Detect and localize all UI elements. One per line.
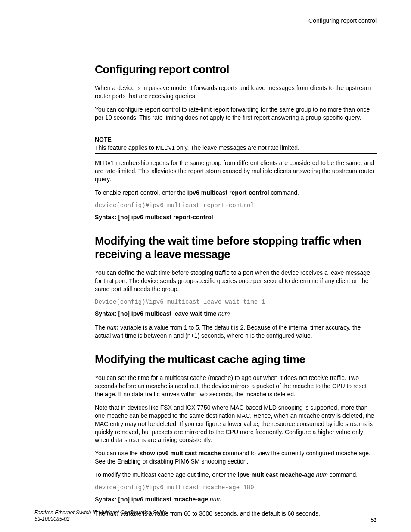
- footer-left: FastIron Ethernet Switch IP Multicast Co…: [34, 510, 166, 523]
- code-block: device(config)#ipv6 multicast report-con…: [95, 202, 377, 209]
- body-text: To enable report-control, enter the ipv6…: [95, 189, 377, 197]
- note-rule-bottom: [95, 153, 377, 154]
- heading-mcache-age: Modifying the multicast cache aging time: [95, 353, 377, 366]
- text-fragment: You can use the: [95, 450, 140, 457]
- syntax-line: Syntax: [no] ipv6 multicast report-contr…: [95, 213, 377, 221]
- text-fragment: The: [95, 324, 107, 331]
- body-text: MLDv1 membership reports for the same gr…: [95, 159, 377, 184]
- inline-command: show ipv6 multicast mcache: [140, 450, 221, 457]
- page-content: Configuring report control When a device…: [34, 63, 377, 518]
- body-text: The num variable is a value from 1 to 5.…: [95, 324, 377, 340]
- syntax-line: Syntax: [no] ipv6 multicast leave-wait-t…: [95, 310, 377, 318]
- code-block: device(config)#ipv6 multicast mcache-age…: [95, 484, 377, 491]
- text-fragment: To modify the multicast cache age out ti…: [95, 471, 238, 478]
- note-body: This feature applies to MLDv1 only. The …: [95, 144, 377, 152]
- body-text: You can define the wait time before stop…: [95, 269, 377, 293]
- syntax-bold: Syntax: [no] ipv6 multicast mcache-age: [95, 496, 210, 503]
- body-text: To modify the multicast cache age out ti…: [95, 471, 377, 479]
- footer-page-number: 51: [371, 517, 377, 523]
- syntax-italic: num: [218, 310, 230, 317]
- syntax-line: Syntax: [no] ipv6 multicast mcache-age n…: [95, 495, 377, 504]
- text-fragment: variable is a value from 1 to 5. The def…: [95, 324, 361, 339]
- footer-title: FastIron Ethernet Switch IP Multicast Co…: [34, 510, 166, 516]
- body-text: Note that in devices like FSX and ICX 77…: [95, 404, 377, 444]
- body-text: You can use the show ipv6 multicast mcac…: [95, 449, 377, 466]
- note-label: NOTE: [95, 136, 377, 143]
- inline-italic: num: [107, 324, 118, 331]
- page-footer: FastIron Ethernet Switch IP Multicast Co…: [34, 510, 377, 523]
- document-page: Configuring report control Configuring r…: [0, 0, 411, 532]
- code-block: Device(config)#ipv6 multicast leave-wait…: [95, 299, 377, 305]
- text-fragment: command.: [328, 471, 358, 478]
- text-fragment: command.: [269, 189, 299, 196]
- inline-italic: num: [316, 471, 328, 478]
- syntax-italic: num: [210, 496, 221, 503]
- page-header-right: Configuring report control: [34, 17, 377, 24]
- body-text: You can set the time for a multicast cac…: [95, 374, 377, 398]
- syntax-bold: Syntax: [no] ipv6 multicast leave-wait-t…: [95, 310, 218, 317]
- footer-docnum: 53-1003085-02: [34, 516, 166, 523]
- text-fragment: To enable report-control, enter the: [95, 189, 187, 196]
- heading-report-control: Configuring report control: [95, 63, 377, 76]
- inline-command: ipv6 multicast mcache-age: [238, 471, 314, 478]
- body-text: You can configure report control to rate…: [95, 106, 377, 122]
- note-rule-top: [95, 134, 377, 134]
- body-text: When a device is in passive mode, it for…: [95, 84, 377, 100]
- heading-wait-time: Modifying the wait time before stopping …: [95, 234, 377, 261]
- inline-command: ipv6 multicast report-control: [187, 189, 269, 196]
